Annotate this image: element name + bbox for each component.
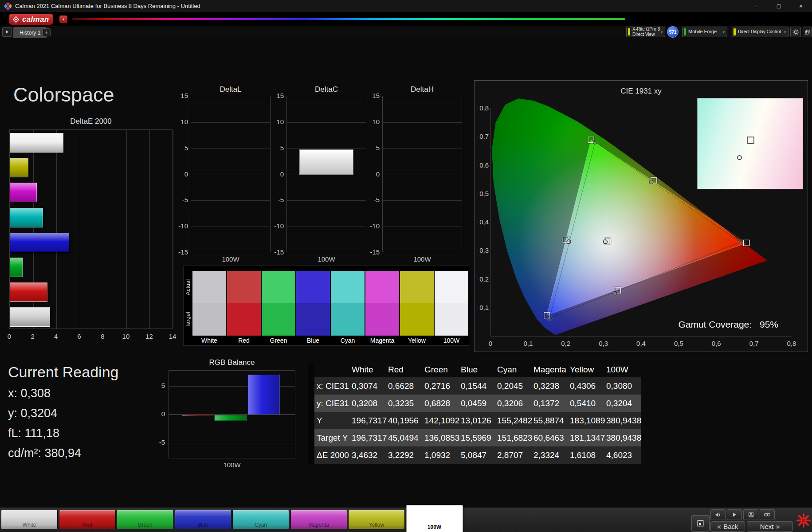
table-cell: 0,3238 [532, 377, 569, 395]
y-tick: 15 [362, 92, 380, 99]
autocal-starburst-button[interactable] [796, 512, 812, 528]
deltae-bar-white [10, 307, 50, 327]
table-cell: 4,6023 [605, 446, 641, 464]
x-tick: 0,5 [672, 340, 685, 347]
y-tick: 0 [146, 410, 165, 418]
meter-status-badge[interactable]: 571 [667, 26, 679, 38]
speaker-button[interactable] [710, 509, 726, 520]
save-button[interactable] [743, 509, 758, 520]
table-cell: 40,1956 [387, 412, 423, 429]
reading-cdm2: cd/m²: 380,94 [8, 446, 81, 460]
x-tick: 6 [74, 332, 85, 340]
actual-swatch [365, 271, 399, 303]
next-button-label: Next [760, 523, 774, 530]
actual-swatch [296, 271, 330, 303]
link-button[interactable] [760, 509, 775, 520]
delta-bar-deltac [299, 149, 353, 175]
pattern-window-button[interactable] [691, 515, 710, 532]
cie-x-ticks: 00,10,20,30,40,50,60,70,8 [475, 340, 808, 348]
source-device-dropdown[interactable]: Mobile Forge ▾ [682, 27, 727, 37]
rgb-balance-x-label: 100W [169, 461, 295, 469]
actual-swatch [262, 271, 295, 303]
table-cell: 0,3206 [496, 395, 532, 412]
logo-dropdown-caret[interactable]: ▾ [59, 16, 67, 23]
settings-button[interactable] [790, 27, 801, 37]
table-row: Target Y196,731745,0494136,085315,596915… [314, 429, 641, 446]
calman-diamond-icon [12, 16, 20, 23]
row-label: y: CIE31 [314, 395, 350, 412]
pattern-patch-green[interactable]: Green [117, 510, 173, 529]
column-header-white: White [350, 362, 387, 377]
pattern-patch-yellow[interactable]: Yellow [348, 510, 405, 529]
patch-label: 100W [407, 524, 463, 530]
chart-title-deltac: DeltaC [286, 85, 366, 94]
play-button[interactable] [727, 509, 742, 520]
next-button[interactable]: Next » [747, 521, 793, 532]
gridline [126, 130, 127, 329]
cie-y-ticks: 0,80,70,60,50,40,30,20,1 [475, 81, 489, 352]
gear-icon [792, 29, 799, 35]
actual-swatch [331, 271, 365, 303]
display-control-dropdown[interactable]: Direct Display Control ▾ [732, 27, 788, 37]
swatch-column-blue: Blue [296, 266, 330, 345]
y-tick: 5 [266, 144, 284, 152]
table-cell: 2,8707 [496, 446, 532, 464]
pattern-patch-cyan[interactable]: Cyan [232, 510, 289, 529]
table-cell: 45,0494 [387, 429, 423, 446]
column-header-blue: Blue [459, 362, 496, 377]
table-cell: 0,6828 [423, 395, 459, 412]
minimize-button[interactable]: – [745, 0, 768, 12]
calman-logo-menu[interactable]: calman [9, 14, 53, 25]
y-tick: 15 [170, 92, 188, 99]
chevron-down-icon: ▾ [723, 30, 725, 34]
column-header-100w: 100W [605, 362, 641, 377]
y-tick: 0 [266, 170, 284, 178]
chart-title-deltah: DeltaH [382, 85, 462, 94]
reading-y: y: 0,3204 [8, 407, 57, 420]
y-tick: 0,4 [475, 218, 489, 226]
close-button[interactable]: × [790, 0, 812, 12]
y-tick: 0,1 [475, 304, 489, 311]
target-swatch [435, 303, 468, 336]
pattern-patch-red[interactable]: Red [59, 510, 116, 529]
panel-layout-button[interactable] [803, 27, 812, 37]
column-header-cyan: Cyan [496, 362, 532, 377]
table-cell: 55,8874 [532, 412, 569, 429]
meter-accent [628, 28, 630, 35]
y-tick: -10 [170, 222, 188, 230]
maximize-button[interactable]: □ [768, 0, 790, 12]
tab-history-1[interactable]: History 1 [13, 27, 47, 38]
source-accent [684, 28, 686, 35]
patch-label: Magenta [291, 522, 347, 528]
deltae-bar-100w [10, 133, 63, 153]
back-button[interactable]: « Back [710, 521, 745, 532]
add-tab-button[interactable]: + [43, 28, 51, 36]
table-row: ΔE 20003,46323,22921,09325,08472,87072,3… [314, 446, 641, 464]
display-accent [734, 28, 736, 35]
gridline [56, 130, 57, 329]
chart-plot-deltac [286, 96, 366, 252]
y-tick: 0,7 [475, 133, 489, 140]
swatch-label: White [192, 337, 226, 344]
table-cell: 5,0847 [459, 446, 496, 464]
pattern-patch-magenta[interactable]: Magenta [290, 510, 347, 529]
table-cell: 3,4632 [350, 446, 387, 464]
row-label: x: CIE31 [314, 377, 350, 395]
gridline [287, 200, 366, 201]
gridline [191, 200, 270, 201]
meter-device-dropdown[interactable]: X-Rite i1Pro 3Direct View ▾ [626, 27, 665, 37]
dock-arrow-button[interactable] [2, 27, 12, 37]
target-swatch [192, 303, 226, 336]
pattern-patch-white[interactable]: White [1, 510, 58, 529]
patch-label: Yellow [349, 522, 404, 528]
x-tick: 0 [4, 332, 15, 340]
table-cell: 196,7317 [350, 429, 387, 446]
pattern-patch-blue[interactable]: Blue [175, 510, 231, 529]
patch-label: Green [117, 522, 173, 528]
source-device-label: Mobile Forge [688, 29, 717, 35]
patch-label: White [1, 522, 57, 528]
pattern-patch-100w[interactable]: 100W [406, 505, 463, 532]
window-title: Calman 2021 Calman Ultimate for Business… [15, 3, 200, 9]
y-tick: 15 [266, 92, 284, 99]
y-tick: -15 [170, 248, 188, 256]
